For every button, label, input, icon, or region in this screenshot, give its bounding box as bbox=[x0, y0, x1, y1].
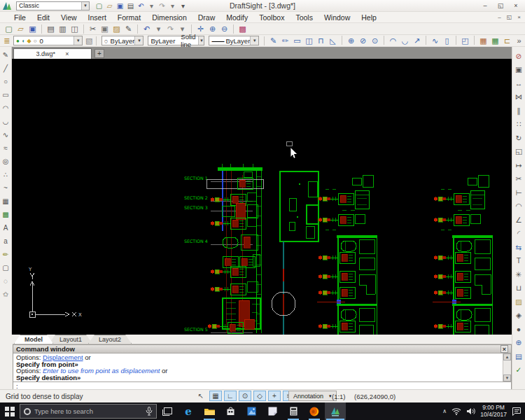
explode-icon[interactable]: ✳ bbox=[512, 267, 525, 281]
menu-modify[interactable]: Modify bbox=[220, 13, 253, 22]
batch-print-icon[interactable]: ▥ bbox=[57, 24, 69, 34]
tab-layout2[interactable]: Layout2 bbox=[88, 335, 132, 344]
menu-help[interactable]: Help bbox=[356, 13, 382, 22]
menu-edit[interactable]: Edit bbox=[31, 13, 55, 22]
rectangle-icon[interactable]: ▭ bbox=[0, 88, 11, 102]
pattern-grid-icon[interactable]: ▤ bbox=[512, 349, 525, 363]
command-window-header[interactable]: Command window × bbox=[13, 345, 511, 354]
firefox-button[interactable] bbox=[304, 402, 325, 420]
sticky-notes-button[interactable] bbox=[262, 402, 283, 420]
paste-icon[interactable]: ▨ bbox=[111, 24, 122, 34]
table-green-icon[interactable]: ▦ bbox=[489, 36, 501, 46]
command-scrollbar[interactable]: ▲ ▼ bbox=[503, 354, 511, 382]
menu-dimension[interactable]: Dimension bbox=[146, 13, 192, 22]
minimize-button[interactable]: – bbox=[481, 2, 489, 9]
redo-icon[interactable]: ↷ bbox=[164, 24, 176, 34]
tab-layout1[interactable]: Layout1 bbox=[49, 335, 92, 344]
microphone-icon[interactable] bbox=[146, 407, 153, 416]
linecolor-dropdown[interactable]: ○ ByLayer ▾ bbox=[102, 36, 144, 46]
snap-grid-icon[interactable]: ▦ bbox=[209, 391, 222, 401]
spline-icon[interactable]: ≈ bbox=[0, 141, 11, 155]
chamfer-icon[interactable]: ∠ bbox=[512, 213, 525, 227]
doc-minimize-button[interactable]: – bbox=[498, 14, 500, 20]
chip-icon[interactable]: ▯ bbox=[441, 36, 453, 46]
ramp-icon[interactable]: ◺ bbox=[327, 36, 339, 46]
center-mark-icon[interactable]: ⊕ bbox=[345, 36, 357, 46]
open-file-icon[interactable]: ▱ bbox=[104, 1, 115, 10]
zoom-in-icon[interactable]: ⊕ bbox=[206, 24, 218, 34]
speaker-icon[interactable] bbox=[466, 407, 475, 415]
menu-tools[interactable]: Tools bbox=[290, 13, 318, 22]
esnap-icon[interactable]: ◇ bbox=[253, 391, 266, 401]
calculator-button[interactable] bbox=[283, 402, 304, 420]
menu-format[interactable]: Format bbox=[112, 13, 146, 22]
save-icon[interactable]: ▣ bbox=[27, 24, 38, 34]
menu-file[interactable]: File bbox=[8, 13, 31, 22]
weld-icon[interactable]: ⊔ bbox=[512, 281, 525, 295]
offset-icon[interactable]: ∥ bbox=[512, 104, 525, 118]
layer-lock-icon[interactable]: ◆ bbox=[27, 36, 31, 46]
layer-preview-icon[interactable]: ▧ bbox=[85, 36, 93, 46]
tab-close-icon[interactable]: × bbox=[65, 50, 69, 57]
table-orange-icon[interactable]: ▦ bbox=[477, 36, 489, 46]
polar-icon[interactable]: ⊙ bbox=[239, 391, 251, 401]
scale-icon[interactable]: ◱ bbox=[512, 145, 525, 159]
arc-icon[interactable]: ◠ bbox=[0, 102, 11, 115]
rotate-icon[interactable]: ↻ bbox=[512, 131, 525, 145]
photos-app-button[interactable] bbox=[241, 402, 262, 420]
polyline-icon[interactable]: ∿ bbox=[0, 128, 11, 141]
layer-thaw-icon[interactable]: ◖ bbox=[22, 36, 25, 46]
flag-note-icon[interactable]: ⊓ bbox=[315, 36, 327, 46]
print-icon[interactable]: ▤ bbox=[45, 24, 57, 34]
angle-dimension-icon[interactable]: ⊙ bbox=[369, 36, 381, 46]
task-view-button[interactable] bbox=[157, 402, 178, 420]
note-icon[interactable]: A bbox=[0, 221, 11, 234]
match-properties-icon[interactable]: ◈ bbox=[512, 309, 525, 323]
move-icon[interactable]: ↔ bbox=[512, 76, 525, 90]
point-icon[interactable]: ∴ bbox=[0, 168, 11, 181]
squiggle-icon[interactable]: ∿ bbox=[429, 36, 441, 46]
edit-hatch-icon[interactable]: ▨ bbox=[512, 295, 525, 309]
trim-icon[interactable]: ✂ bbox=[512, 172, 525, 186]
select-window-icon[interactable]: ▢ bbox=[0, 261, 11, 274]
format-painter-icon[interactable]: ✎ bbox=[122, 24, 134, 34]
redo-menu-icon[interactable]: ▾ bbox=[167, 1, 178, 10]
scroll-down-icon[interactable]: ▼ bbox=[503, 374, 511, 382]
ellipse-icon[interactable]: ◡ bbox=[0, 115, 11, 128]
linestyle-dropdown[interactable]: ByLayer Solid line ▾ bbox=[148, 36, 204, 46]
pen-icon[interactable]: ✎ bbox=[0, 48, 11, 62]
select-circle-icon[interactable]: ◌ bbox=[0, 274, 11, 288]
copy-icon[interactable]: ▣ bbox=[99, 24, 111, 34]
command-history[interactable]: Options: Displacement orSpecify from poi… bbox=[13, 354, 503, 382]
twin-rectangle-icon[interactable]: ◫ bbox=[303, 36, 315, 46]
menu-window[interactable]: Window bbox=[318, 13, 356, 22]
layer-print-icon[interactable]: ○ bbox=[34, 36, 37, 46]
wifi-icon[interactable] bbox=[451, 407, 461, 415]
verify-icon[interactable]: ✓ bbox=[512, 363, 525, 377]
taskbar-search[interactable] bbox=[20, 404, 157, 419]
menu-insert[interactable]: Insert bbox=[83, 13, 112, 22]
extend-icon[interactable]: ⊢ bbox=[512, 186, 525, 200]
stretch-icon[interactable]: ↦ bbox=[512, 158, 525, 172]
ortho-icon[interactable]: ∟ bbox=[224, 391, 237, 401]
open-file-icon[interactable]: ▱ bbox=[15, 24, 27, 34]
lineweight-dropdown[interactable]: —— ByLayer ▾ bbox=[209, 36, 259, 46]
diameter-dimension-icon[interactable]: ⊘ bbox=[357, 36, 369, 46]
draftsight-taskbar-button[interactable] bbox=[325, 402, 346, 420]
save-icon[interactable]: ▣ bbox=[115, 1, 125, 10]
new-file-icon[interactable]: ▢ bbox=[94, 1, 104, 10]
start-button[interactable] bbox=[0, 402, 20, 420]
hatch-icon[interactable]: ▦ bbox=[0, 195, 11, 208]
undo-icon[interactable]: ↶ bbox=[141, 24, 153, 34]
edge-app-button[interactable]: e bbox=[178, 402, 199, 420]
chevron-down-icon[interactable]: ▾ bbox=[81, 2, 89, 10]
mirror-icon[interactable]: ⋈ bbox=[512, 90, 525, 104]
file-explorer-button[interactable] bbox=[199, 402, 220, 420]
menu-toolbox[interactable]: Toolbox bbox=[253, 13, 290, 22]
options-icon[interactable]: ▩ bbox=[237, 24, 248, 34]
undo-icon[interactable]: ↶ bbox=[136, 1, 146, 10]
layer-show-icon[interactable]: ● bbox=[16, 36, 20, 46]
layers-manager-icon[interactable]: ≣ bbox=[3, 36, 11, 46]
marker-icon[interactable]: ✏ bbox=[0, 248, 11, 261]
pattern-icon[interactable]: ∷ bbox=[512, 118, 525, 132]
